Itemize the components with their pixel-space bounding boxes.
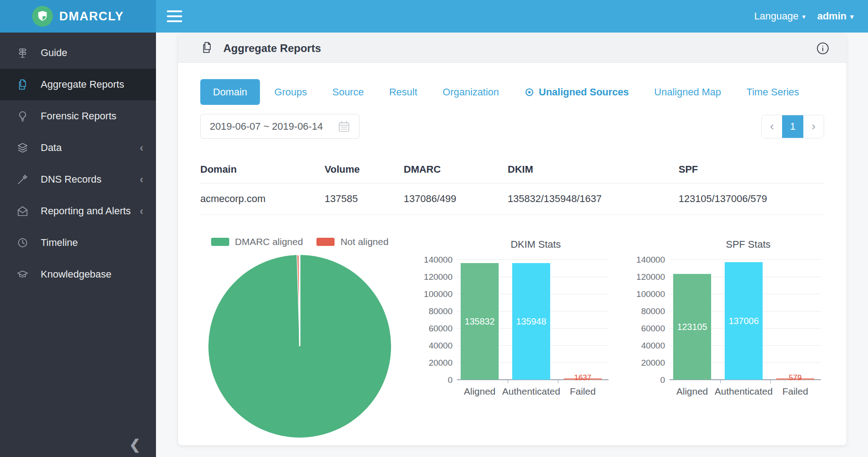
legend-label: Not aligned	[340, 236, 388, 247]
y-tick: 80000	[429, 306, 453, 316]
tab-organization[interactable]: Organization	[432, 79, 510, 105]
tab-label: Organization	[443, 86, 499, 98]
chevron-down-icon: ▾	[850, 13, 854, 21]
bar-aligned[interactable]: 135832	[461, 263, 499, 380]
mail-open-icon	[16, 205, 29, 217]
pie-legend: DMARC aligned Not aligned	[211, 236, 389, 248]
table-header-row: Domain Volume DMARC DKIM SPF	[200, 156, 824, 184]
legend-item-dmarc-aligned[interactable]: DMARC aligned	[211, 236, 303, 247]
tab-result[interactable]: Result	[378, 79, 428, 105]
graduation-cap-icon	[16, 268, 29, 281]
sidebar-item-label: DNS Records	[41, 174, 140, 185]
tab-unaligned-sources[interactable]: Unaligned Sources	[514, 79, 640, 105]
tab-groups[interactable]: Groups	[264, 79, 318, 105]
tab-unaligned-map[interactable]: Unaligned Map	[643, 79, 732, 105]
sidebar-item-label: Reporting and Alerts	[41, 205, 140, 217]
column-header-domain: Domain	[200, 156, 325, 183]
tab-label: Groups	[274, 86, 307, 98]
bar-value-label: 137006	[729, 316, 759, 326]
tab-label: Unaligned Map	[654, 86, 721, 98]
pagination-next-button[interactable]: ›	[803, 115, 824, 138]
column-header-dmarc: DMARC	[404, 156, 508, 183]
table-row[interactable]: acmecorp.com 137585 137086/499 135832/13…	[200, 184, 824, 215]
clock-icon	[16, 236, 29, 249]
user-dropdown[interactable]: admin ▾	[817, 10, 854, 22]
sidebar-item-forensic-reports[interactable]: Forensic Reports	[0, 100, 156, 132]
spf-stats-chart: SPF Stats 140000 120000 100000 80000 600…	[637, 236, 827, 400]
y-tick: 0	[660, 375, 665, 385]
chevron-left-icon: ‹	[140, 173, 143, 186]
sidebar-item-data[interactable]: Data ‹	[0, 132, 156, 164]
y-axis-labels: 140000 120000 100000 80000 60000 40000 2…	[425, 259, 457, 380]
sidebar-item-label: Aggregate Reports	[41, 79, 143, 90]
brand-name: DMARCLY	[59, 9, 124, 24]
y-tick: 40000	[641, 341, 665, 351]
pagination-prev-button[interactable]: ‹	[762, 115, 782, 138]
y-tick: 60000	[641, 324, 665, 334]
dmarc-alignment-pie-chart: DMARC aligned Not aligned	[200, 236, 399, 439]
language-dropdown[interactable]: Language ▾	[754, 10, 805, 22]
bar-value-label: 135832	[465, 316, 495, 327]
chevron-left-icon: ‹	[140, 141, 143, 154]
bar-failed[interactable]: 1637	[564, 378, 602, 380]
shield-logo-icon	[32, 6, 53, 27]
legend-swatch-red	[316, 238, 335, 246]
tab-domain[interactable]: Domain	[200, 79, 260, 105]
bar-plot: 123105 137006 579	[670, 259, 821, 380]
chart-title: SPF Stats	[637, 239, 827, 250]
wand-icon	[16, 173, 29, 186]
date-range-value: 2019-06-07 ~ 2019-06-14	[210, 121, 323, 132]
bar-value-label: 1637	[574, 373, 591, 382]
bar-authenticated[interactable]: 137006	[725, 262, 763, 380]
sidebar-item-reporting-and-alerts[interactable]: Reporting and Alerts ‹	[0, 195, 156, 227]
page-number: 1	[790, 121, 795, 132]
bar-aligned[interactable]: 123105	[673, 274, 711, 380]
sidebar-item-label: Timeline	[41, 237, 143, 249]
sidebar-collapse-button[interactable]: ❮	[129, 437, 141, 452]
y-axis-labels: 140000 120000 100000 80000 60000 40000 2…	[637, 259, 670, 380]
brand-logo[interactable]: DMARCLY	[0, 0, 156, 33]
cell-dkim: 135832/135948/1637	[508, 184, 679, 214]
x-tick: Aligned	[676, 386, 708, 397]
layers-icon	[16, 141, 29, 154]
bar-authenticated[interactable]: 135948	[512, 263, 550, 380]
sidebar-item-aggregate-reports[interactable]: Aggregate Reports	[0, 69, 156, 100]
info-icon[interactable]	[816, 41, 830, 56]
y-tick: 40000	[429, 341, 453, 351]
pages-icon	[201, 41, 213, 56]
language-label: Language	[754, 10, 798, 22]
y-tick: 100000	[637, 289, 665, 299]
sidebar-item-guide[interactable]: Guide	[0, 37, 156, 69]
x-axis-labels: Aligned Authenticated Failed	[425, 386, 614, 400]
hamburger-menu-icon[interactable]	[167, 10, 182, 22]
tab-time-series[interactable]: Time Series	[736, 79, 810, 105]
pie-graphic[interactable]	[207, 253, 393, 439]
bar-failed[interactable]: 579	[776, 378, 814, 380]
tab-label: Domain	[213, 86, 247, 98]
bullseye-icon	[524, 87, 534, 97]
y-tick: 120000	[424, 272, 453, 282]
column-header-spf: SPF	[679, 156, 824, 183]
y-tick: 140000	[424, 255, 453, 265]
cell-domain: acmecorp.com	[200, 184, 325, 214]
date-range-picker[interactable]: 2019-06-07 ~ 2019-06-14	[200, 114, 359, 139]
tab-source[interactable]: Source	[321, 79, 375, 105]
cell-dmarc: 137086/499	[404, 184, 508, 214]
y-tick: 80000	[641, 306, 665, 316]
bar-plot: 135832 135948 1637	[457, 259, 609, 380]
sidebar-item-knowledgebase[interactable]: Knowledgebase	[0, 259, 156, 290]
sidebar-item-dns-records[interactable]: DNS Records ‹	[0, 164, 156, 195]
sidebar-item-timeline[interactable]: Timeline	[0, 227, 156, 259]
sidebar-item-label: Forensic Reports	[41, 110, 143, 122]
pagination-current-page[interactable]: 1	[782, 115, 803, 138]
y-tick: 0	[448, 375, 453, 385]
chevron-left-icon: ‹	[770, 119, 774, 133]
app-root: DMARCLY Language ▾ admin ▾ Guide	[0, 0, 868, 457]
bar-value-label: 579	[789, 373, 802, 382]
aggregate-reports-card: Aggregate Reports Domain Groups Source	[178, 34, 846, 445]
pagination: ‹ 1 ›	[761, 115, 824, 138]
legend-item-not-aligned[interactable]: Not aligned	[316, 236, 388, 247]
x-tick: Authenticated	[715, 386, 773, 397]
dkim-stats-chart: DKIM Stats 140000 120000 100000 80000 60…	[425, 236, 614, 400]
charts-row: DMARC aligned Not aligned	[200, 236, 846, 439]
